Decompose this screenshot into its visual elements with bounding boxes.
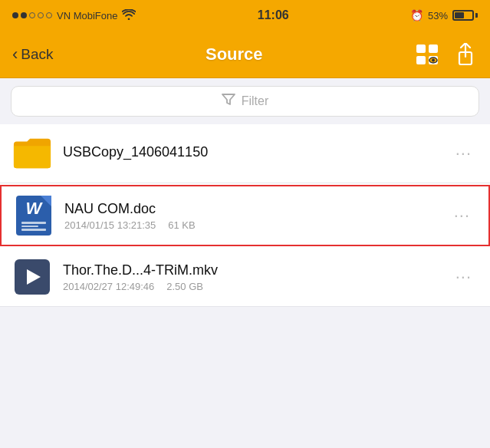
status-right: ⏰ 53% <box>410 9 478 21</box>
battery-pct: 53% <box>428 10 448 21</box>
back-button[interactable]: ‹ Back <box>12 44 54 64</box>
file-meta: 2014/01/15 13:21:35 61 KB <box>64 219 448 231</box>
filter-bar: Filter <box>0 78 490 124</box>
nav-actions <box>415 44 478 65</box>
file-meta: 2014/02/27 12:49:46 2.50 GB <box>63 281 449 292</box>
svg-rect-1 <box>429 44 438 53</box>
svg-rect-0 <box>416 44 426 53</box>
file-size: 2.50 GB <box>166 281 203 292</box>
folder-icon <box>12 133 52 173</box>
file-name: NAU COM.doc <box>64 201 448 217</box>
file-name: Thor.The.D...4-TRiM.mkv <box>63 262 449 278</box>
back-label: Back <box>21 46 53 63</box>
share-button[interactable] <box>453 44 478 65</box>
alarm-icon: ⏰ <box>410 9 423 21</box>
file-size: 61 KB <box>168 219 195 231</box>
chevron-left-icon: ‹ <box>12 44 18 64</box>
svg-point-5 <box>432 58 435 61</box>
file-date: 2014/01/15 13:21:35 <box>64 219 156 231</box>
grid-view-button[interactable] <box>415 44 439 65</box>
clock-time: 11:06 <box>258 8 289 22</box>
wifi-icon <box>122 9 136 22</box>
list-item[interactable]: Thor.The.D...4-TRiM.mkv 2014/02/27 12:49… <box>0 248 490 307</box>
more-button[interactable]: ··· <box>448 203 476 229</box>
signal-dots <box>12 12 52 18</box>
list-item[interactable]: W NAU COM.doc 2014/01/15 13:21:35 61 KB … <box>0 185 490 246</box>
more-button[interactable]: ··· <box>449 140 478 166</box>
file-info: NAU COM.doc 2014/01/15 13:21:35 61 KB <box>64 201 448 231</box>
status-bar: VN MobiFone 11:06 ⏰ 53% <box>0 0 490 31</box>
more-button[interactable]: ··· <box>449 264 478 290</box>
file-list: USBCopy_1406041150 ··· W NAU COM.doc 201… <box>0 124 490 307</box>
filter-placeholder: Filter <box>242 94 269 108</box>
filter-icon <box>222 94 235 109</box>
file-name: USBCopy_1406041150 <box>63 144 449 160</box>
battery-indicator <box>452 10 478 21</box>
svg-rect-2 <box>416 56 426 64</box>
video-icon <box>12 257 52 297</box>
word-doc-icon: W <box>14 196 54 236</box>
carrier-label: VN MobiFone <box>57 10 117 21</box>
filter-input[interactable]: Filter <box>11 86 479 117</box>
list-item[interactable]: USBCopy_1406041150 ··· <box>0 124 490 183</box>
file-date: 2014/02/27 12:49:46 <box>63 281 154 292</box>
file-info: USBCopy_1406041150 <box>63 144 449 163</box>
page-title: Source <box>206 44 263 64</box>
nav-bar: ‹ Back Source <box>0 31 490 78</box>
status-left: VN MobiFone <box>12 9 136 22</box>
file-info: Thor.The.D...4-TRiM.mkv 2014/02/27 12:49… <box>63 262 449 292</box>
